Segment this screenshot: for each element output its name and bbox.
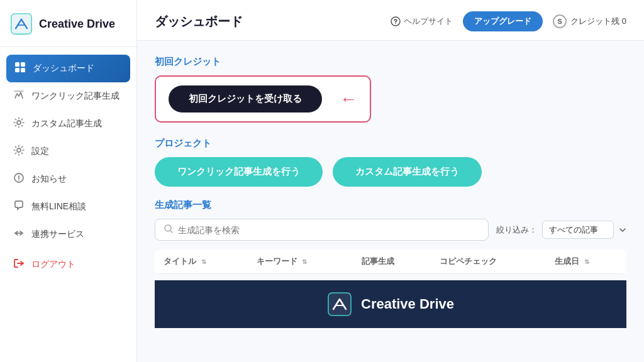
search-box — [155, 219, 489, 241]
col-keyword: キーワード ⇅ — [248, 250, 353, 274]
custom-project-button[interactable]: カスタム記事生成を行う — [333, 157, 482, 187]
credit-label: クレジット残 0 — [570, 16, 626, 27]
footer-logo-icon — [327, 292, 352, 317]
svg-rect-0 — [11, 14, 31, 34]
services-icon — [13, 228, 25, 241]
svg-rect-1 — [15, 62, 19, 67]
sidebar: Creative Drive ダッシュボード ワンクリック記事生成 カスタム記事… — [0, 0, 137, 362]
sidebar-item-line[interactable]: 無料LINE相談 — [0, 193, 136, 221]
first-credit-box: 初回クレジットを受け取る ← — [155, 75, 371, 123]
sidebar-item-news[interactable]: お知らせ — [0, 165, 136, 193]
sidebar-item-custom[interactable]: カスタム記事生成 — [0, 110, 136, 138]
sidebar-item-settings-label: 設定 — [31, 146, 49, 157]
sidebar-item-one-click[interactable]: ワンクリック記事生成 — [0, 82, 136, 110]
col-article-gen: 記事生成 — [353, 250, 430, 274]
sidebar-item-line-label: 無料LINE相談 — [31, 201, 86, 212]
svg-point-6 — [17, 121, 21, 124]
sidebar-item-settings[interactable]: 設定 — [0, 138, 136, 165]
one-click-project-button[interactable]: ワンクリック記事生成を行う — [155, 157, 323, 187]
sidebar-item-services[interactable]: 連携サービス — [0, 221, 136, 248]
articles-section: 生成記事一覧 絞り込み： すべての記事 — [155, 199, 626, 274]
col-title: タイトル ⇅ — [155, 250, 248, 274]
search-input[interactable] — [178, 225, 479, 235]
logout-icon — [13, 258, 25, 272]
sidebar-item-services-label: 連携サービス — [31, 229, 84, 240]
header: ダッシュボード ヘルプサイト アップグレード S クレジット残 0 — [137, 0, 644, 41]
content-area: 初回クレジット 初回クレジットを受け取る ← プロジェクト ワンクリック記事生成… — [137, 41, 644, 362]
logo-icon — [10, 13, 33, 35]
sort-icon-title[interactable]: ⇅ — [201, 258, 206, 265]
first-credit-button[interactable]: 初回クレジットを受け取る — [169, 85, 322, 112]
articles-table: タイトル ⇅ キーワード ⇅ 記事生成 コピペチェック — [155, 250, 626, 274]
credit-info: S クレジット残 0 — [553, 14, 626, 28]
col-date: 生成日 ⇅ — [546, 250, 626, 274]
header-right: ヘルプサイト アップグレード S クレジット残 0 — [391, 11, 626, 31]
sidebar-item-dashboard[interactable]: ダッシュボード — [6, 55, 130, 82]
svg-rect-3 — [15, 68, 19, 72]
svg-point-13 — [395, 23, 396, 25]
arrow-icon: ← — [340, 89, 357, 109]
filter-row: 絞り込み： すべての記事 — [496, 221, 626, 239]
sidebar-item-logout-label: ログアウト — [31, 259, 75, 270]
table-header-row: タイトル ⇅ キーワード ⇅ 記事生成 コピペチェック — [155, 250, 626, 274]
sidebar-item-logout[interactable]: ログアウト — [0, 251, 136, 278]
dashboard-icon — [14, 62, 26, 75]
line-icon — [13, 200, 25, 214]
svg-point-10 — [18, 180, 19, 181]
sidebar-logo: Creative Drive — [0, 0, 136, 47]
articles-title: 生成記事一覧 — [155, 199, 626, 211]
sort-icon-date[interactable]: ⇅ — [584, 258, 589, 265]
sidebar-item-custom-label: カスタム記事生成 — [31, 118, 102, 129]
page-title: ダッシュボード — [155, 13, 243, 30]
chevron-down-icon — [619, 226, 626, 234]
help-icon — [391, 16, 401, 26]
svg-rect-4 — [21, 68, 25, 72]
search-icon — [164, 224, 173, 235]
news-icon — [13, 172, 25, 186]
upgrade-button[interactable]: アップグレード — [463, 11, 543, 31]
svg-line-15 — [170, 231, 172, 233]
sidebar-item-news-label: お知らせ — [31, 173, 67, 185]
help-label: ヘルプサイト — [404, 16, 453, 27]
sidebar-item-dashboard-label: ダッシュボード — [33, 63, 94, 74]
svg-point-7 — [17, 148, 21, 152]
search-filter-row: 絞り込み： すべての記事 — [155, 219, 626, 241]
svg-rect-16 — [328, 293, 351, 315]
custom-icon — [13, 117, 25, 131]
project-buttons: ワンクリック記事生成を行う カスタム記事生成を行う — [155, 157, 626, 187]
sidebar-item-one-click-label: ワンクリック記事生成 — [31, 90, 119, 102]
sidebar-nav: ダッシュボード ワンクリック記事生成 カスタム記事生成 設定 — [0, 47, 136, 362]
filter-select[interactable]: すべての記事 — [542, 221, 614, 239]
svg-rect-2 — [21, 62, 25, 67]
footer-banner-text: Creative Drive — [361, 296, 454, 312]
credit-symbol: S — [553, 14, 567, 28]
first-credit-title: 初回クレジット — [155, 56, 626, 68]
sidebar-logo-text: Creative Drive — [39, 18, 115, 31]
projects-section: プロジェクト ワンクリック記事生成を行う カスタム記事生成を行う — [155, 138, 626, 187]
sort-icon-keyword[interactable]: ⇅ — [302, 258, 307, 265]
projects-title: プロジェクト — [155, 138, 626, 150]
help-link[interactable]: ヘルプサイト — [391, 16, 453, 27]
filter-label: 絞り込み： — [496, 224, 537, 236]
first-credit-section: 初回クレジット 初回クレジットを受け取る ← — [155, 56, 626, 138]
col-copy-check: コピペチェック — [431, 250, 547, 274]
footer-banner: Creative Drive — [155, 280, 626, 328]
one-click-icon — [13, 89, 25, 103]
main-area: ダッシュボード ヘルプサイト アップグレード S クレジット残 0 初回クレジッ… — [137, 0, 644, 362]
settings-icon — [13, 145, 25, 158]
